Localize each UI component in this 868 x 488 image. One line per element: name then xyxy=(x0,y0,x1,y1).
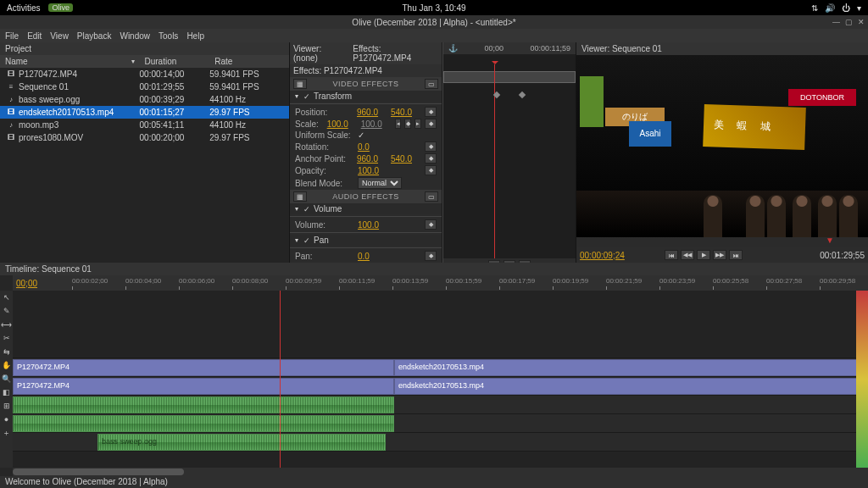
keyframe-marker[interactable] xyxy=(519,92,526,98)
effect-pan-checkbox[interactable]: ✓ xyxy=(303,236,314,245)
audio-effects-menu-button[interactable]: ▭ xyxy=(425,191,438,202)
go-end-button[interactable]: ⏭ xyxy=(729,250,743,260)
volume-icon[interactable]: 🔊 xyxy=(825,3,835,13)
audio-clip[interactable] xyxy=(13,396,394,413)
active-app-badge[interactable]: Olive xyxy=(48,3,73,12)
pointer-tool[interactable]: ↖ xyxy=(2,292,12,302)
keyframe-button[interactable]: ◆ xyxy=(425,141,437,152)
effect-transform[interactable]: ▾ ✓ Transform xyxy=(290,91,442,102)
effect-volume-checkbox[interactable]: ✓ xyxy=(303,205,314,214)
video-clip[interactable]: endsketch20170513.mp4 xyxy=(394,359,868,376)
activities-button[interactable]: Activities xyxy=(7,3,40,13)
position-x-field[interactable]: 960.0 xyxy=(357,108,387,117)
network-icon[interactable]: ⇅ xyxy=(811,3,818,13)
col-rate[interactable]: Rate xyxy=(209,57,289,66)
play-button[interactable]: ▶ xyxy=(697,250,710,260)
add-audio-effect-button[interactable]: ▦ xyxy=(293,191,307,202)
viewer-canvas[interactable]: のりば Asahi DOTONBOR xyxy=(576,55,868,237)
ripple-tool[interactable]: ⟷ xyxy=(2,319,12,330)
menu-playback[interactable]: Playback xyxy=(77,31,112,41)
anchor-y-field[interactable]: 540.0 xyxy=(391,154,421,164)
position-y-field[interactable]: 540.0 xyxy=(391,108,421,117)
effects-keyframe-timeline[interactable]: ⚓ 00;00 00:00:11;59 − ↔ ＋ xyxy=(442,42,576,272)
add-track-button[interactable]: ＋ xyxy=(2,428,12,438)
timeline-current-tc[interactable]: 00;00 xyxy=(13,279,72,288)
timeline-playhead[interactable] xyxy=(280,291,281,468)
project-row[interactable]: 🎞P1270472.MP400:00:14;0059.9401 FPS xyxy=(0,68,289,80)
playhead-marker-icon[interactable]: ▼ xyxy=(826,236,834,245)
scale-kf-button[interactable]: ◆ xyxy=(404,119,411,129)
opacity-field[interactable]: 100.0 xyxy=(358,166,388,175)
keyframe-button[interactable]: ◆ xyxy=(425,165,437,175)
tab-viewer-none[interactable]: Viewer: (none) xyxy=(293,44,346,63)
effect-pan[interactable]: ▾ ✓ Pan xyxy=(290,235,442,246)
scrollbar-thumb[interactable] xyxy=(13,469,184,475)
mini-ruler-anchor-icon[interactable]: ⚓ xyxy=(448,44,458,53)
maximize-button[interactable]: ▢ xyxy=(845,18,853,26)
video-clip[interactable]: P1270472.MP4 xyxy=(13,359,394,376)
project-row[interactable]: ♪moon.mp300:05:41;1144100 Hz xyxy=(0,119,289,131)
keyframe-button[interactable]: ◆ xyxy=(425,119,437,129)
zoom-tool[interactable]: 🔍 xyxy=(2,374,12,384)
slip-tool[interactable]: ⇆ xyxy=(2,347,12,357)
keyframe-button[interactable]: ◆ xyxy=(425,107,437,117)
minimize-button[interactable]: — xyxy=(832,18,840,26)
viewer-time-ruler[interactable]: ▼ xyxy=(576,237,868,247)
menu-window[interactable]: Window xyxy=(120,31,150,41)
power-icon[interactable]: ⏻ xyxy=(842,3,850,13)
go-start-button[interactable]: ⏮ xyxy=(665,250,678,260)
menu-view[interactable]: View xyxy=(50,31,69,41)
record-button[interactable]: ● xyxy=(2,414,12,424)
timeline-ruler[interactable]: 00:00:02;0000:00:04;0000:00:06;0000:00:0… xyxy=(72,275,868,291)
clock[interactable]: Thu Jan 3, 10:49 xyxy=(402,3,465,13)
effect-transform-checkbox[interactable]: ✓ xyxy=(303,92,314,101)
add-video-effect-button[interactable]: ▦ xyxy=(293,79,307,89)
hand-tool[interactable]: ✋ xyxy=(2,360,12,370)
scale-next-kf-button[interactable]: ▸ xyxy=(415,119,421,129)
menu-file[interactable]: File xyxy=(5,31,19,41)
pan-field[interactable]: 0.0 xyxy=(358,252,388,261)
project-row[interactable]: 🎞prores1080.MOV00:00:20;0029.97 FPS xyxy=(0,131,289,144)
project-row[interactable]: ≡Sequence 0100:01:29;5559.9401 FPS xyxy=(0,80,289,93)
rewind-button[interactable]: ◀◀ xyxy=(681,250,694,260)
project-file-list[interactable]: 🎞P1270472.MP400:00:14;0059.9401 FPS≡Sequ… xyxy=(0,68,289,263)
edit-tool[interactable]: ✎ xyxy=(2,306,12,316)
forward-button[interactable]: ▶▶ xyxy=(713,250,726,260)
uniform-scale-checkbox[interactable]: ✓ xyxy=(358,130,364,140)
project-row[interactable]: 🎞endsketch20170513.mp400:01:15;2729.97 F… xyxy=(0,106,289,119)
menu-edit[interactable]: Edit xyxy=(27,31,42,41)
col-name[interactable]: Name xyxy=(5,57,28,66)
file-rate: 59.9401 FPS xyxy=(209,82,289,92)
video-clip[interactable]: P1270472.MP4 xyxy=(13,378,394,395)
keyframe-button[interactable]: ◆ xyxy=(425,251,437,261)
project-row[interactable]: ♪bass sweep.ogg00:00:39;2944100 Hz xyxy=(0,93,289,106)
file-duration: 00:00:39;29 xyxy=(140,95,210,104)
menu-help[interactable]: Help xyxy=(186,31,204,41)
file-type-icon: ♪ xyxy=(7,121,15,129)
scale-x-field[interactable]: 100.0 xyxy=(327,119,358,129)
blend-mode-select[interactable]: Normal xyxy=(358,177,402,189)
transition-tool[interactable]: ◧ xyxy=(2,387,12,397)
snap-toggle[interactable]: ⊞ xyxy=(2,401,12,411)
col-duration[interactable]: Duration xyxy=(140,57,210,66)
tab-effects-clip[interactable]: Effects: P1270472.MP4 xyxy=(353,44,438,63)
project-columns-header[interactable]: Name▾ Duration Rate xyxy=(0,55,289,68)
video-clip[interactable]: endsketch20170513.mp4 xyxy=(394,378,868,395)
timeline-tracks[interactable]: P1270472.MP4 endsketch20170513.mp4 P1270… xyxy=(13,291,868,468)
menu-tools[interactable]: Tools xyxy=(159,31,178,41)
effect-volume[interactable]: ▾ ✓ Volume xyxy=(290,203,442,214)
video-effects-menu-button[interactable]: ▭ xyxy=(425,79,438,89)
audio-clip[interactable] xyxy=(13,415,394,432)
rotation-field[interactable]: 0.0 xyxy=(358,142,388,152)
volume-field[interactable]: 100.0 xyxy=(358,220,388,230)
audio-clip[interactable]: bass sweep.ogg xyxy=(97,434,386,451)
razor-tool[interactable]: ✂ xyxy=(2,333,12,343)
scale-prev-kf-button[interactable]: ◂ xyxy=(395,119,402,129)
keyframe-button[interactable]: ◆ xyxy=(425,219,437,230)
system-menu-icon[interactable]: ▾ xyxy=(857,3,861,13)
timeline-scrollbar[interactable] xyxy=(13,468,868,476)
keyframe-button[interactable]: ◆ xyxy=(425,153,437,164)
anchor-x-field[interactable]: 960.0 xyxy=(357,154,387,164)
viewer-current-tc[interactable]: 00:00:09;24 xyxy=(580,251,625,260)
close-button[interactable]: ✕ xyxy=(858,18,865,26)
